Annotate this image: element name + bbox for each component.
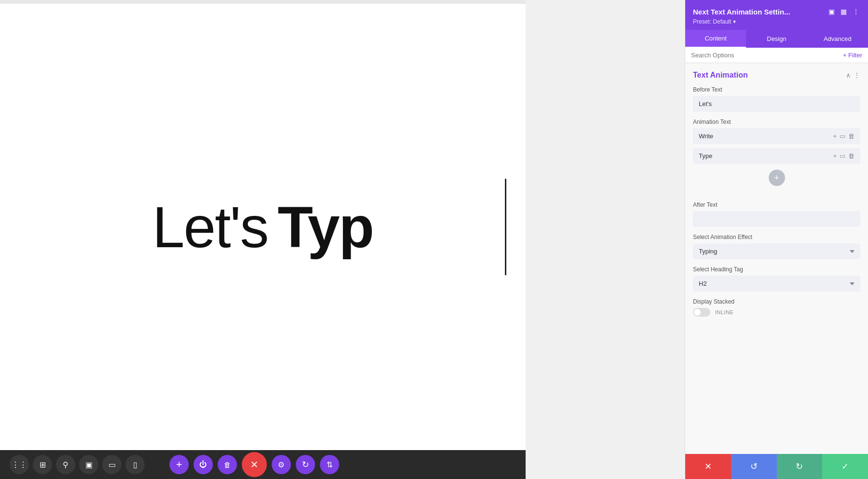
display-stacked-field: Display Stacked INLINE: [693, 298, 860, 317]
section-actions: ∧ ⋮: [846, 71, 860, 79]
anim-item-type-value: Type: [699, 152, 833, 160]
layout-icon-btn[interactable]: ⊞: [33, 455, 52, 474]
preset-label[interactable]: Preset: Default ▾: [693, 18, 860, 25]
before-text-label: Before Text: [693, 86, 860, 93]
cancel-button[interactable]: ✕: [685, 454, 731, 479]
section-title: Text Animation: [693, 71, 748, 80]
cursor-line: [505, 179, 506, 275]
anim-item-type-actions: + ▭ 🗑: [833, 152, 854, 160]
canvas-top-bar: [0, 0, 526, 4]
panel-header: Next Text Animation Settin... ▣ ▦ ⋮ Pres…: [685, 0, 868, 30]
settings-panel: Next Text Animation Settin... ▣ ▦ ⋮ Pres…: [685, 0, 868, 479]
section-header: Text Animation ∧ ⋮: [693, 71, 860, 80]
power-button[interactable]: ⏻: [193, 455, 213, 474]
more-options-btn[interactable]: ⋮: [852, 7, 860, 16]
animation-text-label: Animation Text: [693, 119, 860, 125]
desktop-icon-btn[interactable]: ▣: [79, 455, 98, 474]
after-text-input[interactable]: [693, 211, 860, 227]
heading-tag-label: Select Heading Tag: [693, 266, 860, 273]
filter-button[interactable]: + Filter: [843, 52, 862, 59]
search-input[interactable]: [691, 52, 839, 59]
split-icon-btn[interactable]: ▦: [840, 7, 848, 16]
anim-item-write-actions: + ▭ 🗑: [833, 133, 854, 140]
confirm-button[interactable]: ✓: [822, 454, 868, 479]
canvas-text-display: Let's Typ: [152, 198, 373, 256]
bottom-toolbar: ⋮⋮ ⊞ ⚲ ▣ ▭ ▯ + ⏻ 🗑 ✕ ⚙ ↻ ⇅: [0, 450, 526, 479]
panel-bottom-bar: ✕ ↺ ↻ ✓: [685, 454, 868, 479]
dots-icon-btn[interactable]: ⋮⋮: [10, 455, 29, 474]
section-more-btn[interactable]: ⋮: [854, 71, 860, 79]
animation-effect-label: Select Animation Effect: [693, 234, 860, 240]
anim-item-type-delete-btn[interactable]: 🗑: [848, 152, 854, 160]
after-text-field: After Text: [693, 201, 860, 234]
tab-design[interactable]: Design: [746, 30, 807, 48]
display-stacked-toggle-row: INLINE: [693, 308, 860, 317]
heading-tag-select[interactable]: H2: [693, 276, 860, 292]
history-button[interactable]: ↻: [296, 455, 315, 474]
heading-tag-field: Select Heading Tag H2: [693, 266, 860, 298]
bottom-left-tools: ⋮⋮ ⊞ ⚲ ▣ ▭ ▯: [10, 455, 145, 474]
add-element-button[interactable]: +: [169, 455, 189, 474]
animation-text-item-type: Type + ▭ 🗑: [693, 148, 860, 164]
animation-text-field: Animation Text Write + ▭ 🗑 Type +: [693, 119, 860, 194]
canvas-text-animated: Typ: [278, 198, 373, 256]
search-bar: + Filter: [685, 48, 868, 63]
display-stacked-toggle[interactable]: [693, 308, 710, 317]
panel-title: Next Text Animation Settin...: [693, 8, 790, 16]
before-text-input[interactable]: [693, 96, 860, 112]
animation-text-item-write: Write + ▭ 🗑: [693, 128, 860, 144]
arrows-button[interactable]: ⇅: [320, 455, 339, 474]
anim-item-write-value: Write: [699, 133, 833, 140]
anim-item-write-add-btn[interactable]: +: [833, 133, 837, 140]
tab-advanced[interactable]: Advanced: [807, 30, 868, 48]
toggle-inline-label: INLINE: [715, 309, 733, 315]
redo-button[interactable]: ↻: [777, 454, 823, 479]
animation-effect-field: Select Animation Effect Typing: [693, 234, 860, 266]
anim-item-type-copy-btn[interactable]: ▭: [840, 152, 845, 160]
anim-item-type-add-btn[interactable]: +: [833, 152, 837, 160]
tab-content[interactable]: Content: [685, 30, 746, 48]
delete-button[interactable]: 🗑: [217, 455, 237, 474]
animation-effect-select[interactable]: Typing: [693, 243, 860, 259]
panel-tabs: Content Design Advanced: [685, 30, 868, 48]
panel-header-icons: ▣ ▦ ⋮: [827, 7, 860, 16]
search-icon-btn[interactable]: ⚲: [56, 455, 75, 474]
before-text-field: Before Text: [693, 86, 860, 119]
display-stacked-label: Display Stacked: [693, 298, 860, 305]
canvas-area: Let's Typ: [0, 4, 526, 450]
canvas-text-before: Let's: [152, 198, 268, 256]
settings-button[interactable]: ⚙: [271, 455, 291, 474]
anim-item-write-copy-btn[interactable]: ▭: [840, 133, 845, 140]
reset-button[interactable]: ↺: [731, 454, 777, 479]
mobile-icon-btn[interactable]: ▯: [125, 455, 145, 474]
anim-item-write-delete-btn[interactable]: 🗑: [848, 133, 854, 140]
after-text-label: After Text: [693, 201, 860, 208]
panel-body: Text Animation ∧ ⋮ Before Text Animation…: [685, 63, 868, 454]
add-animation-item-btn[interactable]: +: [769, 170, 785, 186]
tablet-icon-btn[interactable]: ▭: [102, 455, 122, 474]
close-button[interactable]: ✕: [242, 452, 267, 477]
section-collapse-btn[interactable]: ∧: [846, 71, 851, 79]
fullscreen-icon-btn[interactable]: ▣: [827, 7, 836, 16]
